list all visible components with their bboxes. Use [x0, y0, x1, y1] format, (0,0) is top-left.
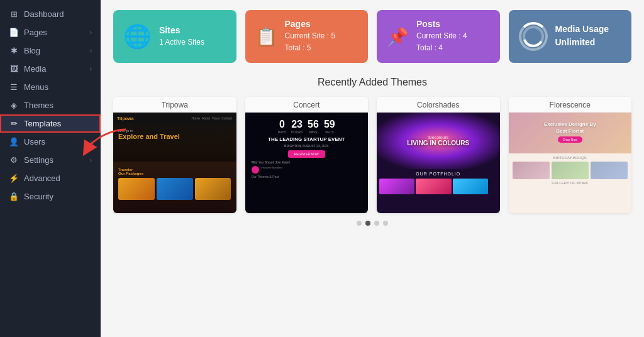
- pages-icon: 📄: [9, 28, 19, 37]
- chevron-icon: ›: [90, 157, 92, 163]
- sidebar-item-label: Advanced: [24, 174, 92, 183]
- themes-icon: ◈: [9, 101, 19, 110]
- settings-icon: ⚙: [9, 155, 19, 165]
- pages-stat-icon: 📋: [255, 26, 277, 47]
- themes-grid: Tripowa Tripowa Home About Tours Contact…: [113, 97, 631, 213]
- sidebar-item-dashboard[interactable]: ⊞ Dashboard: [0, 5, 101, 23]
- theme-card-colorshades[interactable]: Colorshades livecolours LIVING IN COLOUR…: [377, 97, 500, 213]
- sidebar-item-pages[interactable]: 📄 Pages ›: [0, 23, 101, 41]
- chevron-icon: ›: [90, 65, 92, 72]
- sidebar-item-label: Settings: [24, 155, 85, 165]
- sidebar-item-label: Security: [24, 192, 92, 201]
- blog-icon: ✱: [9, 46, 19, 55]
- theme-name-florescence: Florescence: [509, 97, 632, 113]
- theme-name-concert: Concert: [245, 97, 369, 113]
- sidebar-item-label: Templates: [24, 119, 92, 128]
- chevron-icon: ›: [90, 47, 92, 54]
- pagination-dot-1[interactable]: [357, 221, 362, 226]
- chevron-icon: ›: [90, 29, 92, 36]
- tripowa-logo: Tripowa: [117, 116, 133, 121]
- tripowa-nav: Home About Tours Contact: [192, 116, 233, 120]
- sidebar-item-templates[interactable]: ✏ Templates: [0, 114, 101, 133]
- themes-section-title: Recently Added Themes: [113, 77, 631, 88]
- pagination-dot-2[interactable]: [365, 221, 370, 226]
- chevron-icon: ›: [90, 138, 92, 145]
- media-usage-card: Media Usage Unlimited: [509, 10, 632, 63]
- sidebar-item-label: Users: [24, 137, 85, 146]
- sites-title: Sites: [159, 25, 204, 35]
- templates-icon: ✏: [9, 119, 19, 128]
- theme-name-colorshades: Colorshades: [377, 97, 500, 113]
- theme-preview-tripowa: Tripowa Home About Tours Contact Let's g…: [113, 113, 236, 213]
- menus-icon: ☰: [9, 82, 19, 92]
- security-icon: 🔒: [9, 192, 19, 201]
- theme-card-concert[interactable]: Concert 0 DAYS 23 HOURS 56 MINS: [245, 97, 369, 213]
- pagination-dot-4[interactable]: [383, 221, 388, 226]
- pages-value2: Total : 5: [285, 42, 336, 54]
- media-circle: [519, 22, 548, 51]
- theme-card-florescence[interactable]: Florescence Exclusive Designs ByBest Flo…: [509, 97, 632, 213]
- sidebar-item-users[interactable]: 👤 Users ›: [0, 133, 101, 151]
- sidebar-item-label: Menus: [24, 82, 92, 92]
- sidebar: ⊞ Dashboard 📄 Pages › ✱ Blog › 🖼 Media ›…: [0, 0, 101, 337]
- pages-stat-title: Pages: [285, 19, 336, 29]
- users-icon: 👤: [9, 137, 19, 146]
- sidebar-item-menus[interactable]: ☰ Menus: [0, 78, 101, 96]
- main-content: 🌐 Sites 1 Active Sites 📋 Pages Current S…: [101, 0, 644, 337]
- posts-stat-icon: 📌: [387, 26, 409, 47]
- posts-card: 📌 Posts Current Site : 4 Total : 4: [377, 10, 500, 63]
- sidebar-item-settings[interactable]: ⚙ Settings ›: [0, 151, 101, 169]
- posts-stat-title: Posts: [416, 19, 467, 29]
- posts-value2: Total : 4: [416, 42, 467, 54]
- pages-value1: Current Site : 5: [285, 30, 336, 42]
- media-stat-text: Media Usage Unlimited: [555, 24, 609, 49]
- dashboard-icon: ⊞: [9, 9, 19, 19]
- sidebar-item-blog[interactable]: ✱ Blog ›: [0, 41, 101, 60]
- media-usage-value: Unlimited: [555, 35, 609, 49]
- theme-preview-colorshades: livecolours LIVING IN COLOURS OUR POTFHO…: [377, 113, 500, 213]
- sidebar-item-label: Blog: [24, 46, 85, 55]
- sidebar-item-security[interactable]: 🔒 Security: [0, 187, 101, 206]
- pages-card: 📋 Pages Current Site : 5 Total : 5: [245, 10, 369, 63]
- advanced-icon: ⚡: [9, 174, 19, 183]
- sidebar-item-label: Pages: [24, 28, 85, 37]
- posts-value1: Current Site : 4: [416, 30, 467, 42]
- theme-card-tripowa[interactable]: Tripowa Tripowa Home About Tours Contact…: [113, 97, 236, 213]
- themes-section: Recently Added Themes Tripowa Tripowa Ho…: [113, 77, 631, 226]
- globe-icon: 🌐: [123, 23, 152, 50]
- pagination-dot-3[interactable]: [374, 221, 379, 226]
- tripowa-header: Tripowa Home About Tours Contact: [113, 113, 236, 124]
- sites-stat-text: Sites 1 Active Sites: [159, 25, 204, 48]
- media-usage-title: Media Usage: [555, 24, 609, 34]
- media-icon: 🖼: [9, 64, 19, 74]
- theme-preview-florescence: Exclusive Designs ByBest Florist Shop No…: [509, 113, 632, 213]
- sidebar-item-label: Themes: [24, 101, 92, 110]
- pagination: [113, 221, 631, 226]
- theme-name-tripowa: Tripowa: [113, 97, 236, 113]
- sidebar-item-media[interactable]: 🖼 Media ›: [0, 60, 101, 78]
- pages-stat-text: Pages Current Site : 5 Total : 5: [285, 19, 336, 54]
- sidebar-item-label: Media: [24, 64, 85, 74]
- sidebar-item-themes[interactable]: ◈ Themes: [0, 96, 101, 114]
- sidebar-item-label: Dashboard: [24, 9, 92, 19]
- posts-stat-text: Posts Current Site : 4 Total : 4: [416, 19, 467, 54]
- stats-row: 🌐 Sites 1 Active Sites 📋 Pages Current S…: [113, 10, 631, 63]
- sites-card: 🌐 Sites 1 Active Sites: [113, 10, 236, 63]
- theme-preview-concert: 0 DAYS 23 HOURS 56 MINS 59: [245, 113, 369, 213]
- sidebar-item-advanced[interactable]: ⚡ Advanced: [0, 169, 101, 187]
- sites-value: 1 Active Sites: [159, 36, 204, 48]
